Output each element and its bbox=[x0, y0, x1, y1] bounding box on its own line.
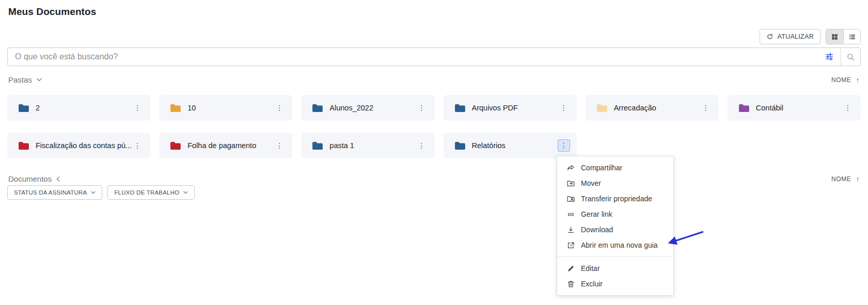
context-menu-item[interactable]: Editar bbox=[557, 261, 673, 276]
page-title: Meus Documentos bbox=[8, 6, 861, 18]
folder-icon bbox=[18, 104, 29, 113]
folder-card[interactable]: Fiscalização das contas pú... bbox=[7, 133, 150, 158]
view-toggle bbox=[826, 29, 861, 44]
sort-asc-icon: ↑ bbox=[856, 76, 860, 84]
toolbar: ATUALIZAR bbox=[7, 29, 861, 44]
folder-icon bbox=[738, 104, 749, 113]
folder-card[interactable]: Relatórios bbox=[444, 133, 577, 158]
documents-sort-control[interactable]: NOME ↑ bbox=[831, 175, 860, 183]
context-menu-item-label: Gerar link bbox=[581, 210, 612, 218]
folder-kebab-menu-button[interactable] bbox=[416, 140, 428, 151]
folder-card[interactable]: Alunos_2022 bbox=[301, 95, 434, 121]
folders-sort-label: NOME bbox=[831, 76, 851, 84]
context-menu-item[interactable]: Mover bbox=[557, 175, 673, 191]
folder-icon bbox=[312, 104, 323, 113]
list-view-button[interactable] bbox=[843, 29, 860, 44]
folder-move-icon bbox=[566, 179, 575, 188]
context-menu-item-label: Excluir bbox=[581, 280, 603, 288]
folder-name: Arquivos PDF bbox=[472, 104, 558, 112]
folder-name: pasta 1 bbox=[329, 141, 416, 150]
folder-card[interactable]: Folha de pagamento bbox=[159, 133, 292, 158]
list-view-icon bbox=[848, 33, 856, 41]
folder-kebab-menu-button[interactable] bbox=[700, 102, 712, 114]
search-bar bbox=[7, 47, 861, 66]
filter-sliders-icon bbox=[825, 52, 834, 61]
context-menu-item-label: Editar bbox=[581, 264, 600, 272]
folder-grid: 2 10 Alunos_2022 Arquivos PDF bbox=[7, 95, 861, 158]
search-icon bbox=[846, 53, 855, 61]
chevron-down-icon bbox=[91, 191, 96, 194]
folder-card[interactable]: Arrecadação bbox=[586, 95, 719, 121]
folder-icon bbox=[454, 104, 465, 113]
documents-section-label: Documentos bbox=[8, 174, 52, 183]
context-menu-item-label: Compartilhar bbox=[581, 164, 622, 172]
refresh-button-label: ATUALIZAR bbox=[777, 33, 814, 40]
context-menu-item-label: Abrir em uma nova guia bbox=[581, 241, 658, 249]
folders-section-toggle[interactable]: Pastas bbox=[8, 75, 42, 84]
trash-icon bbox=[566, 279, 575, 288]
context-menu-item[interactable]: Gerar link bbox=[557, 206, 673, 222]
filter-chip-label: FLUXO DE TRABALHO bbox=[114, 189, 179, 196]
folder-kebab-menu-button[interactable] bbox=[132, 140, 143, 151]
search-submit-button[interactable] bbox=[841, 48, 860, 66]
documents-section-toggle[interactable]: Documentos bbox=[8, 174, 60, 183]
link-icon bbox=[566, 210, 575, 219]
folders-section-header: Pastas NOME ↑ bbox=[7, 75, 861, 84]
folder-icon bbox=[454, 141, 465, 150]
folder-icon bbox=[170, 104, 181, 113]
folder-name: Arrecadação bbox=[614, 104, 700, 112]
document-filter-chips: STATUS DA ASSINATURA FLUXO DE TRABALHO bbox=[7, 185, 861, 200]
folder-kebab-menu-button[interactable] bbox=[416, 102, 428, 114]
open-new-tab-icon bbox=[566, 240, 575, 250]
chevron-down-icon bbox=[183, 191, 188, 194]
menu-divider bbox=[557, 256, 673, 257]
folder-user-icon bbox=[566, 194, 575, 203]
folder-name: Alunos_2022 bbox=[329, 104, 416, 112]
chevron-down-icon bbox=[37, 78, 42, 82]
documents-sort-label: NOME bbox=[831, 175, 851, 183]
filter-chip[interactable]: FLUXO DE TRABALHO bbox=[107, 185, 195, 200]
refresh-button[interactable]: ATUALIZAR bbox=[760, 29, 820, 44]
context-menu-item[interactable]: Excluir bbox=[557, 276, 673, 292]
folder-kebab-menu-button[interactable] bbox=[132, 102, 143, 114]
filter-chip[interactable]: STATUS DA ASSINATURA bbox=[7, 185, 102, 200]
context-menu-item-label: Transferir propriedade bbox=[581, 195, 652, 203]
grid-view-button[interactable] bbox=[826, 29, 843, 44]
my-documents-page: Meus Documentos ATUALIZAR bbox=[0, 0, 868, 200]
download-icon bbox=[566, 225, 575, 234]
folder-card[interactable]: 2 bbox=[7, 95, 150, 121]
folder-icon bbox=[596, 104, 607, 113]
grid-view-icon bbox=[831, 33, 839, 41]
documents-section-header: Documentos NOME ↑ bbox=[7, 174, 861, 183]
context-menu-item-label: Download bbox=[581, 226, 613, 234]
pencil-icon bbox=[566, 264, 575, 273]
chevron-left-icon bbox=[56, 176, 60, 182]
context-menu-item[interactable]: Compartilhar bbox=[557, 160, 673, 175]
folder-name: 2 bbox=[36, 104, 132, 112]
context-menu-item[interactable]: Download bbox=[557, 222, 673, 237]
advanced-filters-button[interactable] bbox=[818, 52, 841, 61]
folder-context-menu: Compartilhar Mover Transferir propriedad… bbox=[557, 156, 674, 296]
folder-kebab-menu-button[interactable] bbox=[274, 140, 285, 151]
folder-name: 10 bbox=[187, 104, 274, 112]
search-input[interactable] bbox=[8, 52, 818, 61]
context-menu-item[interactable]: Abrir em uma nova guia bbox=[557, 237, 673, 253]
folder-name: Folha de pagamento bbox=[187, 141, 274, 150]
folder-name: Contábil bbox=[756, 104, 842, 112]
folder-icon bbox=[170, 141, 181, 150]
folder-kebab-menu-button[interactable] bbox=[274, 102, 285, 114]
folders-sort-control[interactable]: NOME ↑ bbox=[831, 76, 860, 84]
folder-card[interactable]: 10 bbox=[159, 95, 292, 121]
folder-card[interactable]: Arquivos PDF bbox=[444, 95, 577, 121]
folder-name: Relatórios bbox=[472, 141, 558, 150]
folders-section-label: Pastas bbox=[8, 75, 32, 84]
folder-kebab-menu-button[interactable] bbox=[842, 102, 854, 114]
folder-kebab-menu-button[interactable] bbox=[558, 140, 570, 151]
context-menu-item[interactable]: Transferir propriedade bbox=[557, 191, 673, 206]
sort-asc-icon: ↑ bbox=[856, 175, 860, 183]
folder-icon bbox=[312, 141, 323, 150]
folder-kebab-menu-button[interactable] bbox=[558, 102, 570, 114]
folder-card[interactable]: Contábil bbox=[728, 95, 861, 121]
folder-card[interactable]: pasta 1 bbox=[301, 133, 434, 158]
context-menu-item-label: Mover bbox=[581, 179, 601, 187]
